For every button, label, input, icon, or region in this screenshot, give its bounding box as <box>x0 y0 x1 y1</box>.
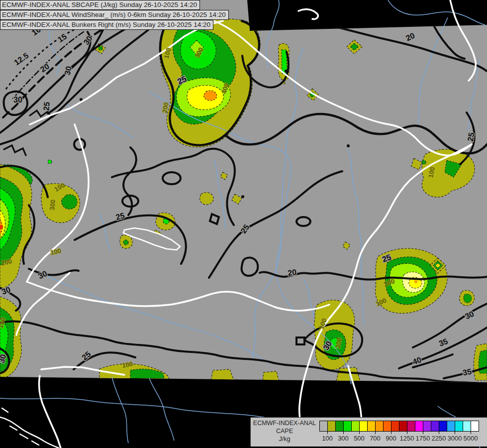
header: ECMWF-INDEX-ANAL SBCAPE (J/kg) Sunday 26… <box>0 0 229 30</box>
legend-swatch <box>391 421 399 431</box>
legend-tick <box>471 432 471 434</box>
legend-tick <box>391 432 391 434</box>
legend-title-line3: J/kg <box>251 435 318 443</box>
legend-tick-label: 5000 <box>461 435 481 442</box>
legend-swatch <box>407 421 415 431</box>
legend-swatch <box>415 421 423 431</box>
weather-map: 101512.520303025302025252525203030302530… <box>0 0 487 448</box>
shear-contour-label: 30 <box>63 65 73 76</box>
shear-contour-label: 25 <box>466 132 476 142</box>
legend-swatch <box>455 421 463 431</box>
legend-swatch <box>431 421 439 431</box>
shear-contour-label: 20 <box>287 268 297 277</box>
shear-contour-label: 35 <box>462 367 473 377</box>
legend-swatch <box>439 421 447 431</box>
legend-swatch <box>360 421 368 431</box>
legend-swatch <box>368 421 376 431</box>
legend-swatch <box>328 421 336 431</box>
header-line: ECMWF-INDEX-ANAL SBCAPE (J/kg) Sunday 26… <box>0 0 200 10</box>
legend-swatch <box>423 421 431 431</box>
legend-swatch <box>384 421 391 431</box>
legend-swatch <box>336 421 344 431</box>
header-line: ECMWF-INDEX-ANAL Bunkers Right (m/s) Sun… <box>0 20 213 30</box>
legend-tick <box>423 432 423 434</box>
legend-tick <box>439 432 439 434</box>
legend-tick <box>375 432 376 434</box>
legend-title: ECMWF-INDEX-ANAL CAPE J/kg <box>251 419 318 443</box>
legend-swatch <box>320 421 328 431</box>
shear-contour-label: 25 <box>42 102 51 111</box>
legend-swatch <box>463 421 471 431</box>
shear-contour-label: 30 <box>13 96 22 104</box>
cape-legend: ECMWF-INDEX-ANAL CAPE J/kg 1003005007009… <box>250 417 487 447</box>
legend-tick <box>455 432 455 434</box>
legend-swatch <box>447 421 455 431</box>
legend-swatch <box>344 421 352 431</box>
legend-swatch <box>399 421 407 431</box>
legend-swatch <box>471 421 479 431</box>
weather-map-page: 101512.520303025302025252525203030302530… <box>0 0 487 448</box>
legend-title-line1: ECMWF-INDEX-ANAL <box>251 419 318 427</box>
legend-swatch <box>376 421 384 431</box>
legend-swatches <box>319 421 479 432</box>
legend-tick <box>327 432 328 434</box>
legend-tick <box>359 432 360 434</box>
header-line: ECMWF-INDEX-ANAL WindShear_ (m/s) 0-6km … <box>0 10 229 20</box>
legend-swatch <box>352 421 360 431</box>
legend-tick <box>407 432 407 434</box>
legend-tick <box>343 432 344 434</box>
cape-contour-label: 300 <box>48 199 57 211</box>
legend-title-line2: CAPE <box>251 427 318 435</box>
